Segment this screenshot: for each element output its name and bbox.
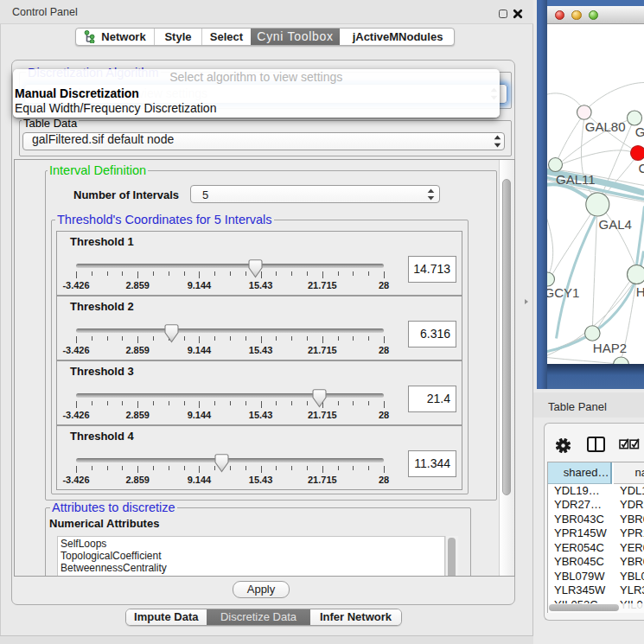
svg-text:C: C — [638, 161, 644, 175]
svg-text:H: H — [635, 284, 644, 299]
svg-text:GCY1: GCY1 — [547, 284, 579, 299]
svg-text:GAL11: GAL11 — [556, 171, 596, 186]
svg-text:HAP2: HAP2 — [592, 340, 626, 354]
svg-text:GAL80: GAL80 — [584, 119, 625, 134]
svg-text:GA: GA — [634, 124, 644, 139]
svg-text:GAL4: GAL4 — [598, 216, 631, 231]
